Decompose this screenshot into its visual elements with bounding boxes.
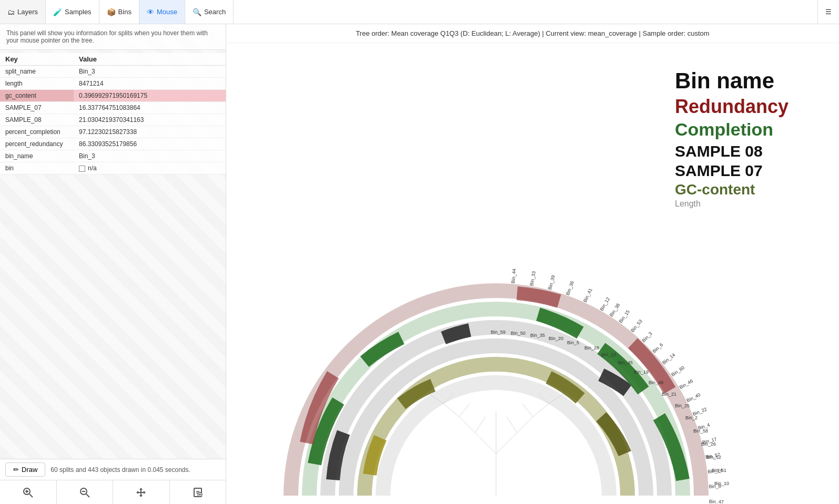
- menu-icon: ☰: [825, 8, 832, 16]
- svg-line-23: [459, 417, 475, 433]
- col-header-value: Value: [74, 53, 226, 66]
- table-row-key: split_name: [0, 66, 74, 78]
- tab-search-label: Search: [204, 8, 226, 16]
- svg-line-25: [507, 417, 517, 433]
- svg-text:Bin_41: Bin_41: [582, 287, 593, 303]
- svg-text:Bin_2: Bin_2: [685, 415, 698, 420]
- draw-label: Draw: [22, 466, 37, 474]
- table-row-value: 86.33093525179856: [74, 138, 226, 150]
- bookmark-button[interactable]: [170, 480, 226, 504]
- svg-text:Bin_19: Bin_19: [634, 369, 649, 375]
- svg-line-27: [443, 404, 459, 417]
- right-panel: Tree order: Mean coverage Q1Q3 (D: Eucli…: [226, 24, 839, 504]
- svg-marker-12: [144, 491, 146, 494]
- svg-line-1: [29, 494, 33, 497]
- tab-mouse[interactable]: 👁 Mouse: [139, 0, 185, 24]
- mouse-icon: 👁: [147, 8, 154, 16]
- svg-text:Bin_25: Bin_25: [675, 403, 690, 408]
- samples-icon: 🧪: [53, 8, 62, 16]
- svg-text:Bin_26: Bin_26: [701, 441, 716, 447]
- tab-samples-label: Samples: [65, 8, 92, 16]
- svg-line-28: [459, 404, 470, 417]
- svg-text:Bin_10: Bin_10: [714, 481, 729, 486]
- draw-icon: ✏: [13, 466, 19, 474]
- svg-text:Bin_46: Bin_46: [678, 378, 693, 390]
- table-row-value: 16.337764751083864: [74, 102, 226, 114]
- tree-svg: Bin_44 Bin_33 Bin_39 Bin_36 Bin_41 Bin_1…: [244, 38, 822, 505]
- table-row-key: SAMPLE_07: [0, 102, 74, 114]
- table-row-value: n/a: [74, 162, 226, 174]
- svg-text:Bin_39: Bin_39: [547, 274, 556, 290]
- bins-icon: 📦: [107, 8, 116, 16]
- status-text: 60 splits and 443 objects drawn in 0.045…: [50, 466, 190, 474]
- svg-line-24: [475, 417, 486, 433]
- svg-text:Bin_38: Bin_38: [608, 302, 621, 317]
- bookmark-icon: [193, 487, 203, 498]
- svg-text:Bin_40: Bin_40: [685, 392, 701, 403]
- draw-button[interactable]: ✏ Draw: [5, 462, 45, 477]
- svg-text:Bin_47: Bin_47: [709, 499, 723, 504]
- move-button[interactable]: [113, 480, 170, 504]
- svg-line-30: [522, 404, 533, 417]
- zoom-out-button[interactable]: [57, 480, 114, 504]
- panel-info-text: This panel will show you information for…: [0, 24, 226, 50]
- table-row-key: bin: [0, 162, 74, 174]
- svg-text:GC-content: GC-content: [675, 181, 755, 198]
- zoom-in-icon: [23, 487, 33, 498]
- table-row-value: 21.0304219370341163: [74, 114, 226, 126]
- svg-marker-10: [139, 495, 143, 497]
- svg-line-21: [475, 433, 496, 454]
- bottom-toolbar: [0, 480, 226, 504]
- tab-menu[interactable]: ☰: [817, 0, 839, 24]
- zoom-in-button[interactable]: [0, 480, 57, 504]
- svg-text:Bin_58: Bin_58: [693, 428, 708, 434]
- svg-text:Bin_20: Bin_20: [549, 336, 563, 341]
- search-icon: 🔍: [193, 8, 201, 16]
- svg-text:Bin_15: Bin_15: [618, 308, 631, 324]
- table-row-value: 97.12230215827338: [74, 126, 226, 138]
- tab-layers-label: Layers: [17, 8, 38, 16]
- legend: Bin name Redundancy Completion SAMPLE 08…: [675, 68, 789, 208]
- svg-text:Bin_45: Bin_45: [618, 360, 633, 365]
- svg-text:Bin_36: Bin_36: [565, 280, 575, 296]
- zoom-out-icon: [79, 487, 90, 498]
- top-navigation: 🗂 Layers 🧪 Samples 📦 Bins 👁 Mouse 🔍 Sear…: [0, 0, 839, 24]
- tab-bins[interactable]: 📦 Bins: [99, 0, 139, 24]
- svg-text:Bin_49: Bin_49: [649, 380, 663, 385]
- svg-text:Bin_50: Bin_50: [511, 331, 525, 336]
- svg-line-5: [86, 494, 89, 497]
- svg-text:Bin_35: Bin_35: [530, 333, 545, 338]
- svg-text:Bin_12: Bin_12: [599, 296, 611, 311]
- svg-text:Bin_59: Bin_59: [491, 330, 506, 335]
- bin-checkbox[interactable]: [79, 166, 85, 172]
- svg-text:Bin_33: Bin_33: [529, 271, 537, 286]
- svg-text:SAMPLE 07: SAMPLE 07: [675, 162, 763, 179]
- svg-text:Bin_51: Bin_51: [712, 468, 726, 473]
- table-row-value: 0.396992971950169175: [74, 90, 226, 102]
- svg-text:Bin_44: Bin_44: [510, 268, 517, 283]
- tab-bins-label: Bins: [118, 8, 132, 16]
- tab-search[interactable]: 🔍 Search: [185, 0, 234, 24]
- main-layout: This panel will show you information for…: [0, 24, 839, 504]
- svg-text:Bin_14: Bin_14: [661, 352, 676, 365]
- svg-marker-9: [139, 488, 143, 490]
- svg-text:Bin_21: Bin_21: [662, 392, 676, 397]
- svg-text:Bin_5: Bin_5: [567, 340, 579, 345]
- bottom-bar: ✏ Draw 60 splits and 443 objects drawn i…: [0, 459, 226, 480]
- svg-text:Length: Length: [675, 199, 701, 208]
- svg-line-29: [533, 404, 549, 417]
- svg-text:Bin_6: Bin_6: [651, 342, 664, 354]
- table-row-key: bin_name: [0, 150, 74, 162]
- tab-layers[interactable]: 🗂 Layers: [0, 0, 46, 24]
- svg-text:Bin_53: Bin_53: [630, 318, 643, 333]
- svg-text:Bin_52: Bin_52: [706, 455, 721, 460]
- tree-container[interactable]: Bin_44 Bin_33 Bin_39 Bin_36 Bin_41 Bin_1…: [226, 45, 839, 504]
- svg-marker-11: [136, 491, 138, 494]
- svg-text:Bin_13: Bin_13: [601, 352, 616, 357]
- svg-text:Completion: Completion: [675, 119, 773, 139]
- svg-text:Redundancy: Redundancy: [675, 96, 789, 117]
- table-row-key: percent_redundancy: [0, 138, 74, 150]
- table-row-key: gc_content: [0, 90, 74, 102]
- svg-text:Bin_3: Bin_3: [641, 331, 653, 343]
- tab-samples[interactable]: 🧪 Samples: [46, 0, 99, 24]
